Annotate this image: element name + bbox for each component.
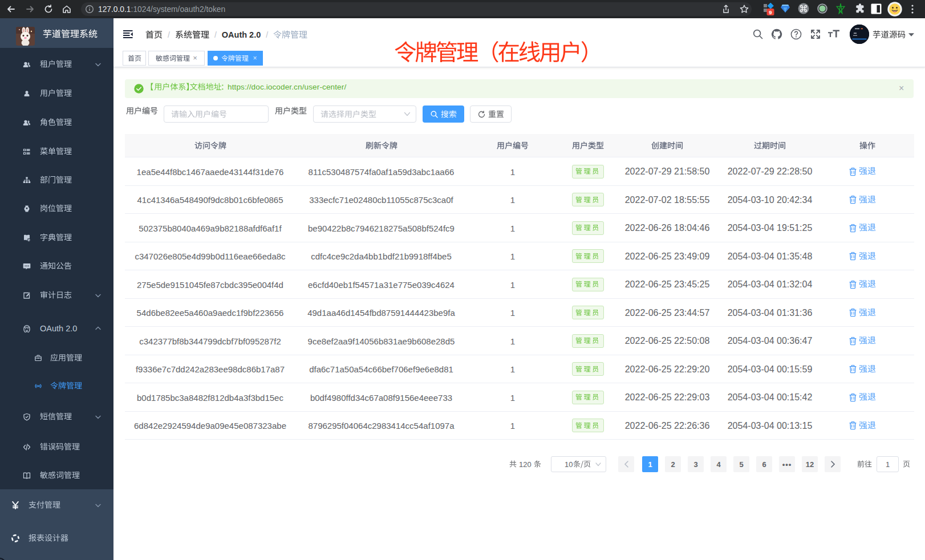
svg-text:9: 9 [769, 9, 772, 15]
